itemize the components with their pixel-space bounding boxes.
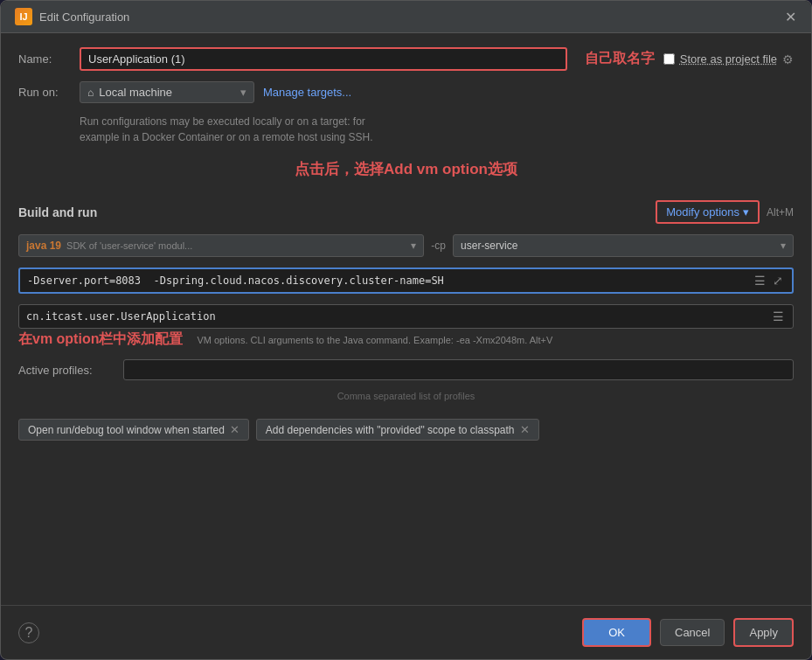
name-annotation: 自己取名字 xyxy=(585,50,655,68)
dialog-title: Edit Configuration xyxy=(39,10,129,24)
cp-value: user-service xyxy=(461,240,517,252)
modify-options-button[interactable]: Modify options ▾ xyxy=(656,200,760,224)
vm-options-row: ☰ ⤢ xyxy=(18,267,794,294)
title-bar: IJ Edit Configuration ✕ xyxy=(1,1,811,33)
vm-options-input[interactable] xyxy=(27,274,749,287)
store-as-project-label: Store as project file xyxy=(680,52,777,66)
main-class-icon[interactable]: ☰ xyxy=(771,309,786,323)
cancel-button[interactable]: Cancel xyxy=(660,619,725,646)
home-icon: ⌂ xyxy=(87,87,94,99)
close-button[interactable]: ✕ xyxy=(783,10,797,24)
apply-button[interactable]: Apply xyxy=(733,618,794,647)
vm-hint-text: VM options. CLI arguments to the Java co… xyxy=(197,335,552,345)
store-as-project-area: Store as project file ⚙ xyxy=(663,52,794,66)
app-icon: IJ xyxy=(15,8,32,25)
cp-select-arrow-icon: ▾ xyxy=(781,240,786,252)
tag-add-dependencies-label: Add dependencies with "provided" scope t… xyxy=(266,424,515,436)
cp-label: -cp xyxy=(431,240,446,252)
profiles-hint: Comma separated list of profiles xyxy=(18,391,794,401)
tag-open-tool-window-close[interactable]: ✕ xyxy=(230,423,239,436)
title-bar-left: IJ Edit Configuration xyxy=(15,8,129,25)
tags-row: Open run/debug tool window when started … xyxy=(18,419,794,441)
main-class-text: cn.itcast.user.UserApplication xyxy=(26,310,771,323)
cp-select[interactable]: user-service ▾ xyxy=(453,234,794,257)
vm-options-copy-icon[interactable]: ☰ xyxy=(753,274,767,288)
annotation-overlay: 点击后，选择Add vm option选项 xyxy=(18,156,794,183)
tag-open-tool-window: Open run/debug tool window when started … xyxy=(18,419,249,441)
vm-hint-row: 在vm option栏中添加配置 VM options. CLI argumen… xyxy=(18,330,794,349)
info-line2: example in a Docker Container or on a re… xyxy=(80,131,373,143)
dialog-footer: ? OK Cancel Apply xyxy=(1,605,811,659)
tag-add-dependencies: Add dependencies with "provided" scope t… xyxy=(256,419,539,441)
run-on-row: Run on: ⌂ Local machine ▾ Manage targets… xyxy=(18,81,794,103)
vm-input-container: ☰ ⤢ xyxy=(18,267,794,294)
modify-options-area: Modify options ▾ Alt+M xyxy=(656,200,794,224)
edit-configuration-dialog: IJ Edit Configuration ✕ Name: 自己取名字 Stor… xyxy=(0,0,812,660)
active-profiles-label: Active profiles: xyxy=(18,364,115,377)
run-on-label: Run on: xyxy=(18,86,71,99)
store-as-project-checkbox[interactable] xyxy=(663,53,675,65)
footer-buttons: OK Cancel Apply xyxy=(582,618,794,647)
java-sdk-desc: SDK of 'user-service' modul... xyxy=(66,240,192,251)
active-profiles-input[interactable] xyxy=(123,359,794,380)
build-and-run-title: Build and run xyxy=(18,205,97,219)
java-version-label: java 19 xyxy=(26,240,61,252)
modify-options-label: Modify options xyxy=(666,205,739,219)
modify-options-shortcut: Alt+M xyxy=(767,206,794,219)
build-and-run-header: Build and run Modify options ▾ Alt+M xyxy=(18,200,794,224)
build-row: java 19 SDK of 'user-service' modul... ▾… xyxy=(18,234,794,257)
java-sdk-select[interactable]: java 19 SDK of 'user-service' modul... ▾ xyxy=(18,234,424,257)
local-machine-select[interactable]: ⌂ Local machine ▾ xyxy=(80,81,254,103)
tag-add-dependencies-close[interactable]: ✕ xyxy=(520,423,530,436)
help-button[interactable]: ? xyxy=(18,622,39,643)
local-machine-label: Local machine xyxy=(99,86,172,99)
vm-annotation: 在vm option栏中添加配置 xyxy=(18,330,183,349)
modify-options-arrow-icon: ▾ xyxy=(743,205,749,219)
name-label: Name: xyxy=(18,52,71,66)
vm-options-expand-icon[interactable]: ⤢ xyxy=(771,274,785,288)
select-arrow-icon: ▾ xyxy=(240,86,246,99)
name-row: Name: 自己取名字 Store as project file ⚙ xyxy=(18,47,794,71)
name-input[interactable] xyxy=(80,47,567,71)
tag-open-tool-window-label: Open run/debug tool window when started xyxy=(28,424,225,436)
manage-targets-link[interactable]: Manage targets... xyxy=(263,86,351,99)
main-class-wrapper: cn.itcast.user.UserApplication ☰ 在vm opt… xyxy=(18,304,794,349)
info-line1: Run configurations may be executed local… xyxy=(80,115,365,128)
java-select-arrow-icon: ▾ xyxy=(411,240,416,252)
active-profiles-row: Active profiles: xyxy=(18,359,794,380)
dialog-body: Name: 自己取名字 Store as project file ⚙ Run … xyxy=(1,33,811,605)
ok-button[interactable]: OK xyxy=(582,618,651,647)
main-class-row: cn.itcast.user.UserApplication ☰ xyxy=(18,304,794,329)
info-text: Run configurations may be executed local… xyxy=(18,114,794,145)
gear-icon: ⚙ xyxy=(782,52,794,66)
